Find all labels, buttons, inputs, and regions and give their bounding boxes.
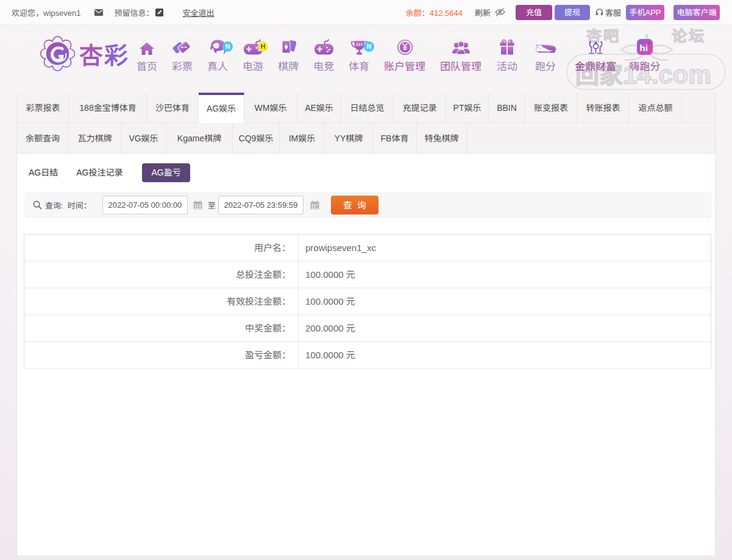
svg-text:公认.份 跑分平台: 公认.份 跑分平台 [539,51,550,53]
svg-text:hi: hi [640,43,648,53]
